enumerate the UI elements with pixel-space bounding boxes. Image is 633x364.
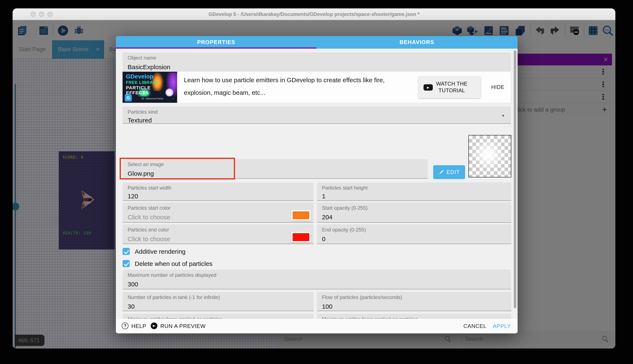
field-value: 120: [128, 192, 308, 200]
tab-properties[interactable]: PROPERTIES: [116, 36, 316, 49]
field-value: BasicExplosion: [128, 63, 506, 70]
field-label: Flow of particles (particles/seconds): [322, 294, 506, 300]
particles-start-height-field[interactable]: Particles start height 1: [317, 182, 511, 201]
run-preview-icon[interactable]: ▶: [151, 322, 157, 329]
field-label: Particles start width: [128, 185, 308, 191]
particles-start-color-field[interactable]: Particles start color Click to choose: [123, 202, 313, 223]
field-label: Particles start color: [128, 205, 308, 211]
checkbox-checked-icon[interactable]: [123, 248, 130, 255]
field-value: 100: [322, 303, 506, 310]
particles-tank-field[interactable]: Number of particles in tank (-1 for infi…: [123, 292, 313, 311]
field-value: Textured: [128, 116, 506, 124]
minimize-window-button[interactable]: [39, 12, 44, 17]
thumb-subtitle: FREE LIBRARY: [126, 80, 159, 85]
field-value: 300: [128, 280, 506, 288]
field-placeholder: Click to choose: [128, 235, 308, 242]
screenshot-stage: GDevelop 5 - /Users/dkarakay/Documents/G…: [0, 0, 633, 364]
dialog-tabbar: PROPERTIES BEHAVIORS: [116, 36, 518, 49]
delete-when-out-checkbox[interactable]: Delete when out of particles: [123, 260, 212, 267]
field-label: Particles end color: [128, 227, 308, 233]
particles-end-color-field[interactable]: Particles end color Click to choose: [123, 224, 313, 244]
tab-behaviors[interactable]: BEHAVIORS: [316, 36, 517, 49]
field-label: Object name: [128, 55, 506, 61]
watch-line2: TUTORIAL: [438, 88, 465, 94]
field-value: 30: [128, 303, 308, 310]
checkbox-label: Delete when out of particles: [135, 260, 212, 267]
tutorial-banner: GDevelop FREE LIBRARY PARTICLE EFFECTS G…: [123, 72, 511, 103]
field-label: End opacity (0-255): [322, 227, 506, 233]
thumb-caption: 06 - Advanced Flame: [139, 96, 166, 101]
dialog-footer: ? HELP ▶ RUN A PREVIEW CANCEL APPLY: [116, 319, 518, 334]
run-preview-button[interactable]: RUN A PREVIEW: [160, 319, 206, 334]
dialog-scrollbar-thumb[interactable]: [514, 50, 516, 308]
thumb-title: GDevelop: [126, 73, 153, 80]
particles-start-width-field[interactable]: Particles start width 120: [123, 182, 313, 201]
youtube-play-icon: ▶: [424, 84, 433, 90]
end-opacity-field[interactable]: End opacity (0-255) 0: [317, 224, 511, 244]
field-value: Glow.png: [128, 170, 423, 177]
checkbox-label: Additive rendering: [135, 248, 186, 255]
object-name-field[interactable]: Object name BasicExplosion: [123, 52, 511, 72]
active-tab-indicator: [116, 48, 316, 49]
field-value: 0: [322, 235, 506, 242]
max-particles-field[interactable]: Maximum number of particles displayed 30…: [123, 270, 511, 289]
additive-rendering-checkbox[interactable]: Additive rendering: [123, 248, 186, 255]
edit-image-button[interactable]: EDIT: [433, 165, 465, 179]
start-color-swatch[interactable]: [291, 210, 311, 220]
object-properties-dialog: PROPERTIES BEHAVIORS Object name BasicEx…: [116, 36, 518, 334]
tutorial-thumbnail[interactable]: GDevelop FREE LIBRARY PARTICLE EFFECTS G…: [123, 72, 177, 103]
field-label: Select an image: [128, 162, 423, 167]
app-window: GDevelop 5 - /Users/dkarakay/Documents/G…: [13, 8, 615, 348]
start-opacity-field[interactable]: Start opacity (0-255) 204: [317, 202, 511, 223]
glow-ball-graphic: [165, 88, 173, 96]
maximize-window-button[interactable]: [48, 12, 53, 17]
help-button[interactable]: HELP: [131, 319, 146, 334]
apply-button[interactable]: APPLY: [493, 319, 511, 334]
watch-line1: WATCH THE: [436, 81, 467, 87]
field-label: Particles start height: [322, 185, 506, 191]
field-label: Number of particles in tank (-1 for infi…: [128, 294, 308, 300]
field-label: Particles kind: [128, 109, 506, 115]
window-title: GDevelop 5 - /Users/dkarakay/Documents/G…: [63, 8, 565, 20]
banner-text-line1: Learn how to use particle emitters in GD…: [184, 76, 385, 84]
select-image-field[interactable]: Select an image Glow.png: [123, 159, 428, 179]
banner-text-line2: explosion, magic beam, etc...: [184, 89, 265, 96]
particles-kind-select[interactable]: Particles kind Textured ▼: [123, 106, 511, 124]
chevron-down-icon[interactable]: ▼: [501, 114, 505, 118]
brush-icon: [438, 170, 444, 175]
field-placeholder: Click to choose: [128, 214, 308, 220]
gdevelop-logo: G: [125, 94, 132, 102]
next-icon: ›: [171, 97, 175, 101]
checkbox-checked-icon[interactable]: [123, 260, 130, 267]
traffic-lights: [31, 12, 53, 17]
thumb-line3: PARTICLE: [126, 85, 151, 90]
cancel-button[interactable]: CANCEL: [463, 319, 486, 334]
help-icon[interactable]: ?: [122, 322, 128, 329]
end-color-swatch[interactable]: [291, 232, 311, 242]
particles-flow-field[interactable]: Flow of particles (particles/seconds) 10…: [317, 292, 511, 311]
edit-button-label: EDIT: [446, 169, 460, 175]
field-label: Start opacity (0-255): [322, 205, 506, 211]
field-label: Maximum number of particles displayed: [128, 272, 506, 278]
hide-button[interactable]: HIDE: [486, 72, 510, 103]
field-value: 1: [322, 192, 506, 200]
close-window-button[interactable]: [31, 12, 36, 17]
titlebar: GDevelop 5 - /Users/dkarakay/Documents/G…: [13, 8, 615, 20]
watch-tutorial-button[interactable]: ▶ WATCH THE TUTORIAL: [419, 76, 481, 98]
field-value: 204: [322, 214, 506, 220]
texture-preview[interactable]: [468, 135, 511, 178]
